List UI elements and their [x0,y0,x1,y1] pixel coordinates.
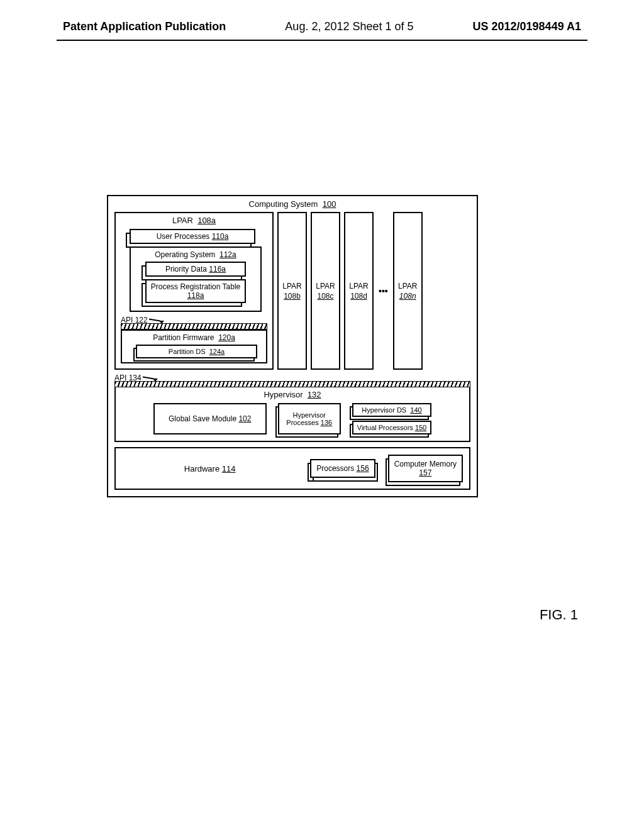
partition-firmware-title: Partition Firmware 120a [125,333,264,342]
diagram-canvas: Computing System 100 LPAR 108a User Proc… [107,195,478,497]
lpar-stub-108n: LPAR108n [393,212,423,370]
virtual-processors-box: Virtual Processors 150 [352,421,431,434]
lpar-108a-box: LPAR 108a User Processes 110a Operating … [114,212,274,370]
computer-memory-box: Computer Memory157 [388,455,463,482]
processors-box: Processors 156 [310,459,375,478]
hypervisor-title: Hypervisor 132 [122,390,463,399]
global-save-module-box: Global Save Module 102 [153,403,267,434]
header-right: US 2012/0198449 A1 [473,20,581,33]
partition-ds-box: Partition DS 124a [136,345,257,358]
header-mid: Aug. 2, 2012 Sheet 1 of 5 [285,20,413,33]
lpar-stub-108b: LPAR108b [277,212,307,370]
lpar-108a-title: LPAR 108a [121,216,267,225]
figure-label: FIG. 1 [540,607,578,623]
operating-system-title: Operating System 112a [136,250,255,259]
hardware-label: Hardware 114 [122,464,297,473]
hypervisor-processes-box: Hypervisor Processes 136 [278,403,341,434]
priority-data-box: Priority Data 116a [145,262,246,277]
lpar-stub-108d: LPAR108d [344,212,374,370]
ellipsis-icon: ••• [377,212,389,370]
hardware-box: Hardware 114 Processors 156 Computer Mem… [114,447,470,490]
hypervisor-right-stack: Hypervisor DS 140 Virtual Processors 150 [352,403,431,434]
hypervisor-row: Global Save Module 102 Hypervisor Proces… [122,403,463,434]
header-rule [57,40,587,41]
hatched-api-134 [114,381,470,387]
lpar-row: LPAR 108a User Processes 110a Operating … [114,212,470,370]
hypervisor-ds-box: Hypervisor DS 140 [352,403,431,417]
process-reg-table-box: Process Registration Table118a [145,279,246,303]
lpar-stub-108c: LPAR108c [311,212,340,370]
partition-firmware-box: Partition Firmware 120a Partition DS 124… [121,329,267,363]
hypervisor-box: Hypervisor 132 Global Save Module 102 Hy… [114,387,470,442]
header-left: Patent Application Publication [63,20,226,33]
computing-system-title: Computing System 100 [114,199,470,209]
user-processes-box: User Processes 110a [130,229,255,244]
arrow-icon [149,316,165,324]
operating-system-box: Operating System 112a Priority Data 116a… [130,246,262,312]
header: Patent Application Publication Aug. 2, 2… [0,0,644,40]
computing-system-box: Computing System 100 LPAR 108a User Proc… [107,195,478,497]
arrow-icon [143,374,158,382]
